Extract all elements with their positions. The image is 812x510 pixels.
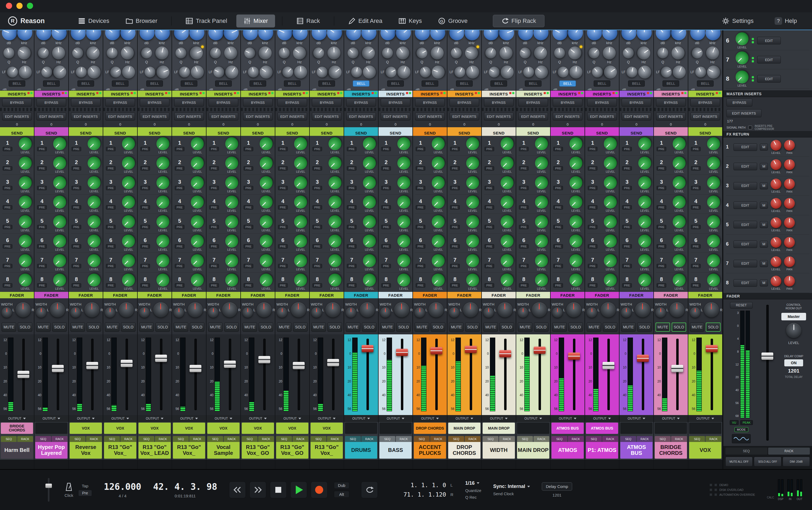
send-level-knob[interactable]	[292, 193, 310, 211]
send-pre-button[interactable]: PRE	[416, 264, 426, 268]
send-level-knob[interactable]	[463, 232, 482, 250]
send-pre-button[interactable]: PRE	[209, 147, 219, 151]
send-level-knob[interactable]	[395, 213, 413, 231]
eq-q-knob[interactable]	[586, 46, 601, 61]
solo-button[interactable]: SOLO	[534, 322, 548, 332]
seq-tab[interactable]: SEQ	[173, 436, 189, 442]
eq-lf-freq-knob[interactable]	[76, 66, 87, 78]
send-level-knob[interactable]	[463, 252, 482, 270]
width-knob[interactable]	[587, 308, 597, 318]
output-destination[interactable]: VOX	[70, 423, 102, 434]
rewind-button[interactable]	[229, 481, 246, 498]
width-knob[interactable]	[2, 308, 12, 318]
send-pre-button[interactable]: PRE	[175, 186, 185, 190]
eq-lf-gain-knob[interactable]	[498, 63, 516, 81]
eq-lf-gain-knob[interactable]	[189, 64, 206, 80]
channel-fader[interactable]	[255, 338, 274, 411]
send-level-knob[interactable]	[16, 135, 34, 153]
send-level-knob[interactable]	[188, 252, 207, 270]
output-destination[interactable]: ATMOS BUS	[551, 423, 584, 434]
seq-tab[interactable]: SEQ	[242, 436, 258, 442]
output-destination[interactable]: VOX	[173, 423, 205, 434]
width-knob[interactable]	[415, 308, 425, 318]
send-pre-button[interactable]: PRE	[416, 205, 426, 209]
send-pre-button[interactable]: PRE	[244, 283, 253, 287]
pan-knob[interactable]	[325, 302, 340, 317]
seq-tab[interactable]: SEQ	[310, 436, 326, 442]
send-level-knob[interactable]	[119, 271, 138, 289]
eq-gain-knob[interactable]	[310, 30, 328, 42]
send-level-knob[interactable]	[463, 135, 482, 153]
send-pre-button[interactable]: PRE	[37, 205, 47, 209]
send-pre-button[interactable]: PRE	[657, 244, 666, 249]
edit-inserts-button[interactable]: EDIT INSERTS	[415, 112, 445, 120]
send-level-knob[interactable]	[670, 232, 688, 250]
eq-lf-gain-knob[interactable]	[223, 63, 240, 81]
send-pre-button[interactable]: PRE	[140, 205, 150, 209]
send-level-knob[interactable]	[532, 135, 551, 153]
send-pre-button[interactable]: PRE	[312, 205, 322, 209]
eq-q-knob[interactable]	[311, 46, 326, 60]
send-level-knob[interactable]	[188, 173, 207, 192]
mute-button[interactable]: MUTE	[690, 322, 704, 332]
send-pre-button[interactable]: PRE	[312, 166, 322, 171]
send-level-knob[interactable]	[222, 213, 241, 231]
send-level-knob[interactable]	[119, 135, 138, 153]
solo-button[interactable]: SOLO	[328, 322, 342, 332]
seq-tab[interactable]: SEQ	[276, 436, 292, 442]
send-pre-button[interactable]: PRE	[347, 186, 357, 190]
send-level-knob[interactable]	[119, 213, 138, 231]
send-pre-button[interactable]: PRE	[519, 166, 529, 171]
send-pre-button[interactable]: PRE	[37, 264, 47, 268]
rack-tab[interactable]: RACK	[361, 436, 377, 442]
channel-fader[interactable]	[599, 338, 618, 411]
mute-button[interactable]: MUTE	[139, 322, 154, 332]
send-pre-button[interactable]: PRE	[691, 244, 701, 249]
eq-lf-freq-knob[interactable]	[177, 65, 191, 79]
rack-tab[interactable]: RACK	[155, 436, 171, 442]
channel-fader[interactable]	[702, 338, 721, 411]
eq-mid-knob[interactable]	[531, 44, 549, 62]
bypass-button[interactable]: BYPASS	[140, 98, 170, 107]
eq-lf-freq-knob[interactable]	[555, 64, 571, 80]
send-pre-button[interactable]: PRE	[416, 166, 426, 171]
seq-tab[interactable]: SEQ	[345, 436, 361, 442]
bell-button[interactable]: BELL	[594, 80, 610, 87]
send-level-knob[interactable]	[704, 271, 723, 289]
eq-lf-freq-knob[interactable]	[694, 65, 708, 79]
send-pre-button[interactable]: PRE	[622, 166, 632, 171]
eq-lf-gain-knob[interactable]	[326, 63, 343, 81]
channel-name[interactable]: DROP CHORDS	[448, 442, 480, 459]
bypass-button[interactable]: BYPASS	[106, 98, 135, 107]
eq-q-knob[interactable]	[483, 46, 498, 60]
send-pre-button[interactable]: PRE	[3, 147, 12, 151]
fader-cap[interactable]	[18, 371, 29, 378]
send-pre-button[interactable]: PRE	[209, 244, 219, 249]
rack-tab[interactable]: RACK	[534, 436, 549, 442]
fader-cap[interactable]	[86, 362, 98, 369]
bell-button[interactable]: BELL	[215, 80, 232, 87]
send-pre-button[interactable]: PRE	[519, 147, 529, 151]
insert-edit-button[interactable]: EDIT	[757, 75, 781, 83]
send-pre-button[interactable]: PRE	[381, 283, 391, 287]
toolbar-item-devices[interactable]: Devices	[71, 15, 116, 27]
send-pre-button[interactable]: PRE	[691, 225, 701, 229]
send-level-knob[interactable]	[222, 193, 241, 211]
pan-knob[interactable]	[429, 302, 444, 317]
send-pre-button[interactable]: PRE	[450, 186, 460, 190]
send-level-knob[interactable]	[498, 213, 516, 231]
peak-button[interactable]: PEAK	[740, 420, 753, 425]
mute-button[interactable]: MUTE	[2, 322, 16, 332]
eq-freq-knob[interactable]	[636, 30, 652, 40]
send-level-knob[interactable]	[119, 173, 138, 192]
width-knob[interactable]	[174, 308, 184, 318]
channel-fader[interactable]	[358, 338, 377, 411]
send-level-knob[interactable]	[636, 135, 654, 153]
send-level-knob[interactable]	[567, 271, 585, 289]
pan-knob[interactable]	[704, 302, 719, 317]
fx-return-pan-knob[interactable]	[784, 276, 795, 286]
eq-lf-freq-knob[interactable]	[5, 64, 20, 80]
fx-return-level-knob[interactable]	[769, 216, 783, 230]
rack-tab[interactable]: RACK	[637, 436, 653, 442]
output-selector[interactable]: OUTPUT	[379, 415, 413, 422]
